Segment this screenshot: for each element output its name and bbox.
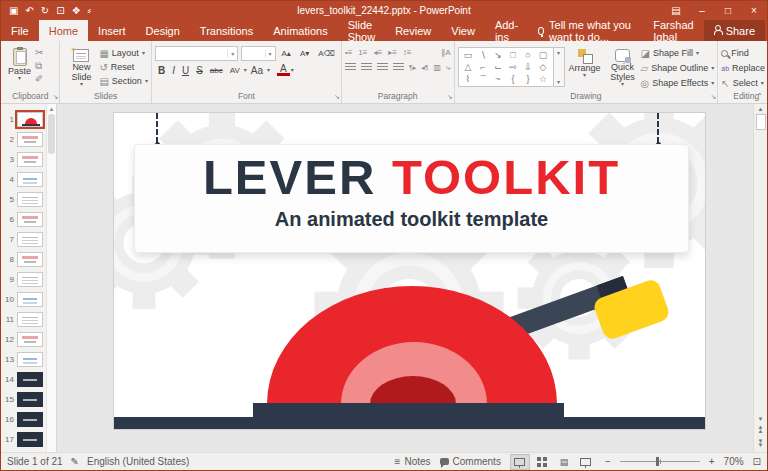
slide-thumbnail-12[interactable]: 12 xyxy=(1,329,46,349)
replace-button[interactable]: ab Replace ▾ xyxy=(721,62,768,75)
thumbnail-preview[interactable] xyxy=(17,212,43,227)
slide-thumbnail-1[interactable]: 1 xyxy=(1,109,46,129)
slide-thumbnail-4[interactable]: 4 xyxy=(1,169,46,189)
customize-qat-icon[interactable]: ⸗ xyxy=(88,5,91,16)
ribbon-display-options-icon[interactable]: ▤ xyxy=(663,5,689,16)
copy-icon[interactable]: ⧉ xyxy=(35,60,43,71)
reset-button[interactable]: ↺ Reset xyxy=(99,61,148,74)
decrease-indent-icon[interactable]: ◂≡ xyxy=(373,47,382,58)
zoom-out-button[interactable]: − xyxy=(605,456,611,467)
quick-styles-button[interactable]: Quick Styles ▾ xyxy=(605,43,641,89)
clipboard-dialog-launcher[interactable]: ↘ xyxy=(53,93,59,101)
tab-insert[interactable]: Insert xyxy=(88,20,136,41)
shape-gallery-item-7[interactable]: ⌐ xyxy=(476,61,491,73)
slide[interactable]: LEVER TOOLKIT An animated toolkit templa… xyxy=(113,112,706,430)
slide-sorter-view-button[interactable] xyxy=(532,454,552,470)
rtl-direction-icon[interactable]: ◂¶ xyxy=(421,62,428,73)
section-button[interactable]: ▤ Section ▾ xyxy=(99,75,148,88)
align-left-icon[interactable] xyxy=(345,63,356,72)
ltr-direction-icon[interactable]: ¶▸ xyxy=(409,62,416,73)
title-card[interactable]: LEVER TOOLKIT An animated toolkit templa… xyxy=(134,144,689,253)
slideshow-view-button[interactable] xyxy=(576,454,596,470)
scroll-up-icon[interactable]: ▲ xyxy=(758,106,764,112)
thumbnail-preview[interactable] xyxy=(17,172,43,187)
zoom-level[interactable]: 70% xyxy=(724,456,744,467)
new-slide-button[interactable]: New Slide ▾ xyxy=(63,43,99,89)
scroll-thumb[interactable] xyxy=(756,114,766,130)
previous-slide-button[interactable]: ▲▲ xyxy=(758,425,764,433)
account-user-name[interactable]: Farshad Iqbal xyxy=(653,19,693,43)
collapse-ribbon-icon[interactable]: ⌃ xyxy=(756,92,763,101)
thumbnail-preview[interactable] xyxy=(17,232,43,247)
find-button[interactable]: Find xyxy=(721,47,768,60)
reading-view-button[interactable]: ▤ xyxy=(554,454,574,470)
bullets-icon[interactable]: •≡ xyxy=(345,47,352,58)
thumbnail-preview[interactable] xyxy=(17,312,43,327)
thumbnail-preview[interactable] xyxy=(17,272,43,287)
thumbnail-panel-scrollbar[interactable]: ▲ xyxy=(46,104,57,452)
format-painter-icon[interactable]: ✐ xyxy=(35,73,43,84)
shape-gallery-item-10[interactable]: ⇩ xyxy=(521,61,536,73)
undo-icon[interactable]: ↶ xyxy=(25,5,33,16)
tab-design[interactable]: Design xyxy=(136,20,190,41)
thumbnail-preview[interactable] xyxy=(17,432,43,447)
slide-thumbnail-6[interactable]: 6 xyxy=(1,209,46,229)
shape-gallery-item-5[interactable]: ▢ xyxy=(536,49,551,61)
shape-effects-button[interactable]: ◎ Shape Effects ▾ xyxy=(641,77,715,90)
slide-thumbnail-11[interactable]: 11 xyxy=(1,309,46,329)
slide-thumbnail-9[interactable]: 9 xyxy=(1,269,46,289)
comments-button[interactable]: Comments xyxy=(440,456,501,467)
select-button[interactable]: ↖ Select ▾ xyxy=(721,77,768,90)
thumbnail-preview[interactable] xyxy=(17,112,43,127)
shape-gallery-item-13[interactable]: ⌒ xyxy=(476,73,491,85)
shape-gallery-item-16[interactable]: } xyxy=(521,73,536,85)
thumbnail-preview[interactable] xyxy=(17,412,43,427)
spell-check-icon[interactable]: ✎ xyxy=(71,456,79,467)
notes-button[interactable]: ≡ Notes xyxy=(395,456,431,467)
shape-gallery-item-1[interactable]: ∖ xyxy=(476,49,491,61)
paste-button[interactable]: Paste ▾ xyxy=(4,43,35,83)
tab-transitions[interactable]: Transitions xyxy=(190,20,263,41)
align-right-icon[interactable] xyxy=(377,63,388,72)
font-dialog-launcher[interactable]: ↘ xyxy=(334,93,340,101)
scroll-down-icon[interactable]: ▼ xyxy=(758,416,764,422)
shape-gallery-item-15[interactable]: { xyxy=(506,73,521,85)
shape-gallery-item-9[interactable]: ⇨ xyxy=(506,61,521,73)
shape-gallery-item-12[interactable]: ⌇ xyxy=(461,73,476,85)
canvas-scrollbar[interactable]: ▲ ▼ ▲▲ ▼▼ xyxy=(753,104,767,452)
share-button[interactable]: Share xyxy=(704,20,765,41)
cut-icon[interactable]: ✂ xyxy=(35,47,43,58)
text-direction-icon[interactable]: ∥A xyxy=(441,47,450,58)
shapes-more-icon[interactable]: ▾ xyxy=(557,78,560,85)
thumbnail-preview[interactable] xyxy=(17,192,43,207)
line-spacing-icon[interactable]: ↕≡ xyxy=(403,47,412,58)
bold-button[interactable]: B xyxy=(155,65,168,76)
shadow-button[interactable]: S xyxy=(193,65,206,76)
thumbnail-preview[interactable] xyxy=(17,292,43,307)
restore-icon[interactable]: □ xyxy=(715,5,741,16)
tell-me-box[interactable]: Tell me what you want to do... xyxy=(528,20,653,41)
shape-outline-button[interactable]: ▱ Shape Outline ▾ xyxy=(641,62,715,75)
tab-file[interactable]: File xyxy=(1,20,39,41)
slide-thumbnail-14[interactable]: 14 xyxy=(1,369,46,389)
character-spacing-button[interactable]: AV xyxy=(227,66,243,75)
panel-scroll-thumb[interactable] xyxy=(48,114,55,154)
shape-gallery-item-4[interactable]: ○ xyxy=(521,49,536,61)
underline-button[interactable]: U xyxy=(179,65,192,76)
zoom-in-button[interactable]: + xyxy=(709,456,715,467)
font-size-combo[interactable]: ▾ xyxy=(241,46,275,61)
shape-gallery-item-6[interactable]: △ xyxy=(461,61,476,73)
close-icon[interactable]: × xyxy=(741,5,767,16)
minimize-icon[interactable]: – xyxy=(689,5,715,16)
paragraph-dialog-launcher[interactable]: ↘ xyxy=(447,93,453,101)
strikethrough-button[interactable]: abc xyxy=(207,66,226,75)
thumbnail-preview[interactable] xyxy=(17,392,43,407)
tab-add-ins[interactable]: Add-ins xyxy=(485,20,528,41)
slide-thumbnail-5[interactable]: 5 xyxy=(1,189,46,209)
shapes-gallery-scrollbar[interactable]: ▾ ▾ xyxy=(554,47,565,87)
slide-thumbnail-2[interactable]: 2 xyxy=(1,129,46,149)
change-case-button[interactable]: Aa xyxy=(248,65,266,76)
increase-indent-icon[interactable]: ▸≡ xyxy=(388,47,397,58)
shape-gallery-item-8[interactable]: ⌙ xyxy=(491,61,506,73)
font-name-combo[interactable]: ▾ xyxy=(155,46,238,61)
